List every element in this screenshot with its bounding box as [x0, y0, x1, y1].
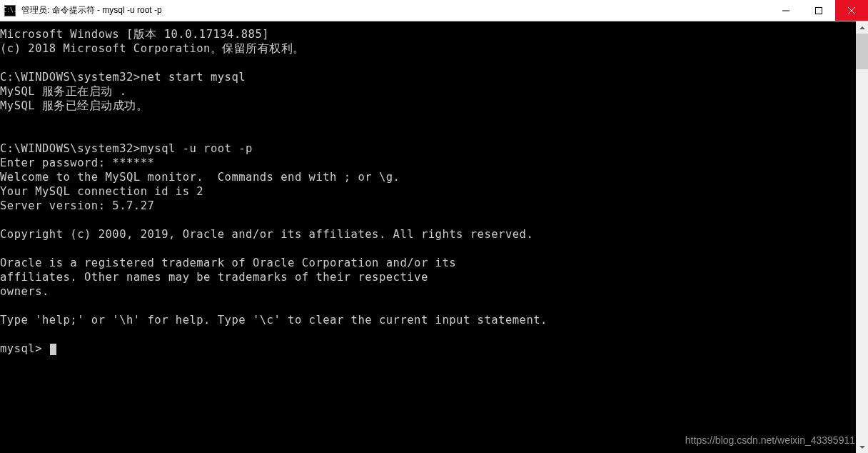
window-titlebar: C:\. 管理员: 命令提示符 - mysql -u root -p [0, 0, 868, 21]
cmd-icon: C:\. [4, 5, 16, 16]
terminal-line: Copyright (c) 2000, 2019, Oracle and/or … [0, 228, 533, 241]
chevron-up-icon [859, 26, 865, 29]
vertical-scrollbar[interactable] [856, 21, 868, 453]
terminal-line: Server version: 5.7.27 [0, 199, 154, 212]
close-icon [848, 7, 855, 14]
close-button[interactable] [835, 0, 868, 21]
terminal-line: Type 'help;' or '\h' for help. Type '\c'… [0, 314, 547, 327]
minimize-button[interactable] [769, 0, 802, 21]
scrollbar-down-button[interactable] [856, 441, 868, 453]
terminal-line: affiliates. Other names may be trademark… [0, 271, 428, 284]
window-title: 管理员: 命令提示符 - mysql -u root -p [21, 4, 162, 16]
minimize-icon [782, 7, 789, 14]
terminal-line: Microsoft Windows [版本 10.0.17134.885] [0, 28, 269, 41]
terminal-line: MySQL 服务正在启动 . [0, 85, 127, 98]
terminal-line: MySQL 服务已经启动成功。 [0, 99, 148, 112]
svg-rect-1 [816, 7, 822, 14]
terminal-line: C:\WINDOWS\system32>mysql -u root -p [0, 142, 253, 155]
scrollbar-thumb[interactable] [856, 34, 868, 69]
terminal-output[interactable]: Microsoft Windows [版本 10.0.17134.885] (c… [0, 21, 856, 453]
terminal-line: Enter password: ****** [0, 156, 154, 169]
titlebar-controls [769, 0, 868, 21]
titlebar-left: C:\. 管理员: 命令提示符 - mysql -u root -p [0, 4, 162, 16]
terminal-line: (c) 2018 Microsoft Corporation。保留所有权利。 [0, 42, 305, 55]
terminal-prompt: mysql> [0, 342, 49, 355]
scrollbar-up-button[interactable] [856, 21, 868, 34]
terminal-line: Your MySQL connection id is 2 [0, 185, 203, 198]
terminal-line: Oracle is a registered trademark of Orac… [0, 257, 456, 269]
maximize-button[interactable] [802, 0, 835, 21]
cursor [50, 344, 56, 355]
terminal-line: C:\WINDOWS\system32>net start mysql [0, 71, 246, 84]
maximize-icon [815, 7, 822, 14]
terminal-line: Welcome to the MySQL monitor. Commands e… [0, 171, 400, 184]
terminal-line: owners. [0, 285, 49, 298]
chevron-down-icon [859, 446, 865, 449]
watermark-text: https://blog.csdn.net/weixin_43395911 [685, 434, 855, 446]
